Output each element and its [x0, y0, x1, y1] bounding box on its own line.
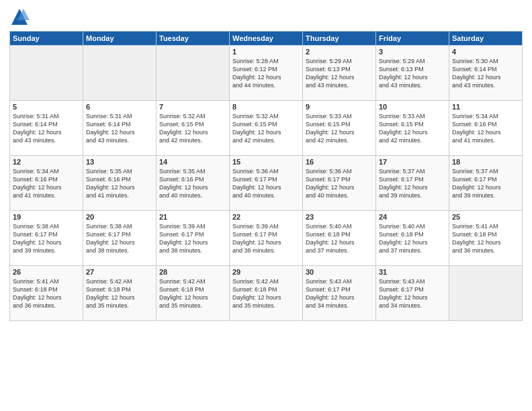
calendar-cell: 5Sunrise: 5:31 AM Sunset: 6:14 PM Daylig…: [10, 101, 83, 156]
day-number: 29: [232, 268, 300, 276]
day-info: Sunrise: 5:29 AM Sunset: 6:13 PM Dayligh…: [379, 58, 428, 89]
day-number: 31: [379, 268, 446, 276]
calendar-cell: [449, 266, 523, 321]
week-row-2: 5Sunrise: 5:31 AM Sunset: 6:14 PM Daylig…: [10, 101, 523, 156]
day-info: Sunrise: 5:33 AM Sunset: 6:15 PM Dayligh…: [379, 113, 428, 144]
calendar-cell: 21Sunrise: 5:39 AM Sunset: 6:17 PM Dayli…: [157, 211, 230, 266]
day-info: Sunrise: 5:42 AM Sunset: 6:18 PM Dayligh…: [86, 278, 135, 309]
weekday-header-thursday: Thursday: [303, 32, 376, 46]
day-number: 7: [159, 103, 226, 111]
calendar-cell: 19Sunrise: 5:38 AM Sunset: 6:17 PM Dayli…: [10, 211, 83, 266]
day-number: 30: [306, 268, 373, 276]
day-info: Sunrise: 5:42 AM Sunset: 6:18 PM Dayligh…: [159, 278, 208, 309]
calendar-cell: 14Sunrise: 5:35 AM Sunset: 6:16 PM Dayli…: [157, 156, 230, 211]
day-number: 17: [379, 158, 446, 166]
day-info: Sunrise: 5:43 AM Sunset: 6:17 PM Dayligh…: [306, 278, 355, 309]
calendar-cell: 10Sunrise: 5:33 AM Sunset: 6:15 PM Dayli…: [376, 101, 449, 156]
week-row-4: 19Sunrise: 5:38 AM Sunset: 6:17 PM Dayli…: [10, 211, 523, 266]
day-info: Sunrise: 5:31 AM Sunset: 6:14 PM Dayligh…: [13, 113, 62, 144]
day-number: 15: [232, 158, 300, 166]
weekday-header-monday: Monday: [83, 32, 157, 46]
day-number: 28: [159, 268, 226, 276]
calendar-cell: 7Sunrise: 5:32 AM Sunset: 6:15 PM Daylig…: [157, 101, 230, 156]
week-row-3: 12Sunrise: 5:34 AM Sunset: 6:16 PM Dayli…: [10, 156, 523, 211]
calendar-cell: 24Sunrise: 5:40 AM Sunset: 6:18 PM Dayli…: [376, 211, 449, 266]
day-number: 13: [86, 158, 153, 166]
day-info: Sunrise: 5:40 AM Sunset: 6:18 PM Dayligh…: [306, 223, 355, 254]
day-number: 26: [13, 268, 80, 276]
day-info: Sunrise: 5:42 AM Sunset: 6:18 PM Dayligh…: [232, 278, 281, 309]
day-number: 3: [379, 48, 446, 56]
logo-icon: [9, 7, 30, 27]
day-info: Sunrise: 5:38 AM Sunset: 6:17 PM Dayligh…: [86, 223, 135, 254]
day-info: Sunrise: 5:43 AM Sunset: 6:17 PM Dayligh…: [379, 278, 428, 309]
day-info: Sunrise: 5:35 AM Sunset: 6:16 PM Dayligh…: [86, 168, 135, 199]
day-info: Sunrise: 5:39 AM Sunset: 6:17 PM Dayligh…: [232, 223, 281, 254]
week-row-5: 26Sunrise: 5:41 AM Sunset: 6:18 PM Dayli…: [10, 266, 523, 321]
weekday-header-wednesday: Wednesday: [230, 32, 303, 46]
calendar-cell: 26Sunrise: 5:41 AM Sunset: 6:18 PM Dayli…: [10, 266, 83, 321]
calendar-cell: 20Sunrise: 5:38 AM Sunset: 6:17 PM Dayli…: [83, 211, 157, 266]
day-info: Sunrise: 5:34 AM Sunset: 6:16 PM Dayligh…: [452, 113, 501, 144]
weekday-header-sunday: Sunday: [10, 32, 83, 46]
calendar-cell: 17Sunrise: 5:37 AM Sunset: 6:17 PM Dayli…: [376, 156, 449, 211]
day-info: Sunrise: 5:35 AM Sunset: 6:16 PM Dayligh…: [159, 168, 208, 199]
logo: [9, 7, 32, 27]
day-number: 10: [379, 103, 446, 111]
day-number: 6: [86, 103, 153, 111]
calendar-cell: 12Sunrise: 5:34 AM Sunset: 6:16 PM Dayli…: [10, 156, 83, 211]
day-info: Sunrise: 5:34 AM Sunset: 6:16 PM Dayligh…: [13, 168, 62, 199]
day-info: Sunrise: 5:29 AM Sunset: 6:13 PM Dayligh…: [306, 58, 355, 89]
day-number: 14: [159, 158, 226, 166]
day-number: 19: [13, 213, 80, 221]
day-number: 9: [306, 103, 373, 111]
calendar-cell: 1Sunrise: 5:28 AM Sunset: 6:12 PM Daylig…: [230, 46, 303, 101]
day-info: Sunrise: 5:41 AM Sunset: 6:18 PM Dayligh…: [13, 278, 62, 309]
calendar-cell: 4Sunrise: 5:30 AM Sunset: 6:14 PM Daylig…: [449, 46, 523, 101]
day-info: Sunrise: 5:32 AM Sunset: 6:15 PM Dayligh…: [232, 113, 281, 144]
calendar-cell: 3Sunrise: 5:29 AM Sunset: 6:13 PM Daylig…: [376, 46, 449, 101]
calendar-page: SundayMondayTuesdayWednesdayThursdayFrid…: [0, 0, 532, 411]
day-number: 22: [232, 213, 300, 221]
day-number: 8: [232, 103, 300, 111]
calendar-cell: 9Sunrise: 5:33 AM Sunset: 6:15 PM Daylig…: [303, 101, 376, 156]
day-info: Sunrise: 5:28 AM Sunset: 6:12 PM Dayligh…: [232, 58, 281, 89]
day-info: Sunrise: 5:38 AM Sunset: 6:17 PM Dayligh…: [13, 223, 62, 254]
day-number: 2: [306, 48, 373, 56]
day-number: 1: [232, 48, 300, 56]
calendar-cell: [83, 46, 157, 101]
calendar-cell: 22Sunrise: 5:39 AM Sunset: 6:17 PM Dayli…: [230, 211, 303, 266]
calendar-cell: 13Sunrise: 5:35 AM Sunset: 6:16 PM Dayli…: [83, 156, 157, 211]
calendar-cell: 31Sunrise: 5:43 AM Sunset: 6:17 PM Dayli…: [376, 266, 449, 321]
day-info: Sunrise: 5:37 AM Sunset: 6:17 PM Dayligh…: [379, 168, 428, 199]
day-number: 16: [306, 158, 373, 166]
day-info: Sunrise: 5:36 AM Sunset: 6:17 PM Dayligh…: [306, 168, 355, 199]
calendar-cell: 6Sunrise: 5:31 AM Sunset: 6:14 PM Daylig…: [83, 101, 157, 156]
calendar-cell: 15Sunrise: 5:36 AM Sunset: 6:17 PM Dayli…: [230, 156, 303, 211]
calendar-cell: 18Sunrise: 5:37 AM Sunset: 6:17 PM Dayli…: [449, 156, 523, 211]
page-header: [9, 7, 523, 27]
calendar-cell: 27Sunrise: 5:42 AM Sunset: 6:18 PM Dayli…: [83, 266, 157, 321]
day-number: 20: [86, 213, 153, 221]
day-number: 5: [13, 103, 80, 111]
day-number: 12: [13, 158, 80, 166]
day-info: Sunrise: 5:39 AM Sunset: 6:17 PM Dayligh…: [159, 223, 208, 254]
day-number: 11: [452, 103, 519, 111]
day-number: 25: [452, 213, 519, 221]
calendar-cell: [157, 46, 230, 101]
weekday-header-tuesday: Tuesday: [157, 32, 230, 46]
calendar-cell: 2Sunrise: 5:29 AM Sunset: 6:13 PM Daylig…: [303, 46, 376, 101]
calendar-cell: 30Sunrise: 5:43 AM Sunset: 6:17 PM Dayli…: [303, 266, 376, 321]
day-info: Sunrise: 5:31 AM Sunset: 6:14 PM Dayligh…: [86, 113, 135, 144]
calendar-table: SundayMondayTuesdayWednesdayThursdayFrid…: [9, 31, 523, 321]
day-info: Sunrise: 5:40 AM Sunset: 6:18 PM Dayligh…: [379, 223, 428, 254]
calendar-cell: 16Sunrise: 5:36 AM Sunset: 6:17 PM Dayli…: [303, 156, 376, 211]
calendar-cell: 23Sunrise: 5:40 AM Sunset: 6:18 PM Dayli…: [303, 211, 376, 266]
calendar-cell: 11Sunrise: 5:34 AM Sunset: 6:16 PM Dayli…: [449, 101, 523, 156]
calendar-cell: 28Sunrise: 5:42 AM Sunset: 6:18 PM Dayli…: [157, 266, 230, 321]
day-number: 4: [452, 48, 519, 56]
weekday-header-friday: Friday: [376, 32, 449, 46]
weekday-header-saturday: Saturday: [449, 32, 523, 46]
weekday-header-row: SundayMondayTuesdayWednesdayThursdayFrid…: [10, 32, 523, 46]
day-info: Sunrise: 5:36 AM Sunset: 6:17 PM Dayligh…: [232, 168, 281, 199]
